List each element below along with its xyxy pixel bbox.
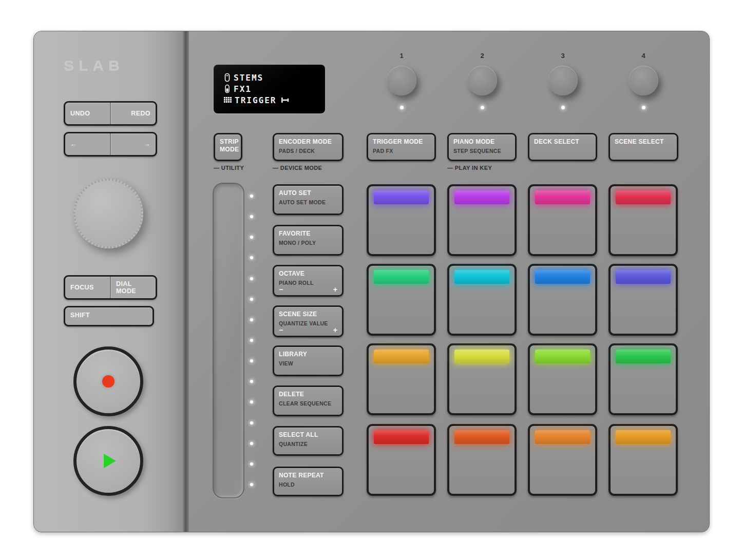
encoder-1: 1 [386,52,417,109]
undo-redo-button: UNDO REDO [64,101,157,126]
pad-1-1[interactable] [367,184,436,256]
shift-button[interactable]: SHIFT [64,306,154,326]
pad-2-1-light [374,270,429,284]
pad-2-4-light [616,270,671,284]
strip-led [250,359,253,362]
strip-led [250,400,253,403]
note-repeat-sublabel: HOLD [279,481,337,488]
encoder-1-led [400,106,404,109]
strip-led [250,442,253,445]
strip-led [250,256,253,259]
favorite-sublabel: MONO / POLY [279,240,337,246]
encoder-2-knob[interactable] [467,66,497,95]
display-line-1: STEMS [224,72,325,83]
library-button[interactable]: LIBRARY VIEW [273,345,344,376]
trigger-mode-sublabel: PAD FX [373,148,430,154]
encoder-mode-button[interactable]: ENCODER MODE PADS / DECK [273,133,344,161]
pad-2-2-light [454,270,509,284]
piano-mode-button[interactable]: PIANO MODE STEP SEQUENCE [447,133,517,161]
pad-4-3[interactable] [528,424,597,496]
touch-strip[interactable] [213,183,244,498]
strip-led [250,421,253,424]
encoder-3-label: 3 [547,52,578,60]
record-icon [102,375,115,388]
pad-4-4-light [616,430,671,444]
pad-3-4-light [616,350,671,363]
arrow-buttons: ← → [64,132,157,157]
pad-3-2[interactable] [447,343,517,415]
pad-3-1[interactable] [367,343,436,415]
encoder-3-knob[interactable] [548,66,578,95]
minus-icon: − [279,326,283,334]
favorite-label: FAVORITE [279,230,337,238]
dial-mode-button[interactable]: DIAL MODE [111,277,156,298]
pad-1-4[interactable] [608,184,678,256]
delete-sublabel: CLEAR SEQUENCE [279,400,337,407]
encoder-1-knob[interactable] [387,66,416,95]
strip-mode-label: STRIP MODE [220,138,236,153]
grid-icon [224,95,232,105]
pad-2-3[interactable] [528,264,597,336]
record-button[interactable] [73,346,143,416]
octave-button[interactable]: OCTAVE PIANO ROLL − + [273,265,344,297]
encoder-4-knob[interactable] [629,66,658,95]
strip-led [250,236,253,239]
strip-mode-button[interactable]: STRIP MODE [214,133,242,161]
strip-led [250,215,253,218]
auto-set-button[interactable]: AUTO SET AUTO SET MODE [273,184,344,215]
select-all-button[interactable]: SELECT ALL QUANTIZE [273,426,344,456]
deck-select-button[interactable]: DECK SELECT [528,133,597,161]
main-dial[interactable] [73,179,143,248]
pad-4-1[interactable] [367,424,436,496]
favorite-button[interactable]: FAVORITE MONO / POLY [273,225,344,256]
encoder-2-led [481,106,484,109]
delete-button[interactable]: DELETE CLEAR SEQUENCE [273,385,344,416]
strip-led [250,462,253,466]
pad-2-4[interactable] [608,264,678,336]
strip-led [250,318,253,321]
scene-size-minus-plus: − + [279,326,337,334]
auto-set-sublabel: AUTO SET MODE [279,199,337,205]
pad-4-3-light [535,430,590,444]
pad-3-4[interactable] [608,343,678,415]
pad-4-2-light [454,430,509,444]
scene-select-button[interactable]: SCENE SELECT [608,133,678,161]
pad-1-2[interactable] [447,184,517,256]
encoder-3: 3 [547,52,578,109]
pad-4-2[interactable] [447,424,517,496]
trigger-mode-button[interactable]: TRIGGER MODE PAD FX [367,133,436,161]
encoder-1-label: 1 [386,52,417,60]
pad-2-2[interactable] [447,264,517,336]
strip-led [250,277,253,280]
focus-dialmode-button: FOCUS DIAL MODE [64,275,157,300]
redo-button[interactable]: REDO [111,103,156,124]
display-line-3-text: TRIGGER [235,95,276,105]
arrow-right-button[interactable]: → [111,133,156,155]
play-button[interactable] [73,426,143,496]
pad-2-1[interactable] [367,264,436,336]
minus-icon: − [279,286,283,293]
slab-controller: SLAB UNDO REDO ← → FOCUS DIAL MODE SHIFT… [33,31,710,532]
pad-3-1-light [374,350,429,363]
panel-separator [183,31,189,532]
arrow-left-button[interactable]: ← [65,133,110,155]
focus-button[interactable]: FOCUS [65,277,110,298]
pad-1-3-light [535,190,590,204]
scene-size-button[interactable]: SCENE SIZE QUANTIZE VALUE − + [273,305,344,337]
scene-size-label: SCENE SIZE [279,311,337,318]
strip-icon [224,84,231,93]
undo-button[interactable]: UNDO [65,103,110,124]
delete-label: DELETE [279,391,337,398]
octave-minus-plus: − + [279,286,337,293]
pad-3-3[interactable] [528,343,597,415]
display-line-3: TRIGGER [224,94,325,106]
strip-led [250,298,253,301]
pad-1-3[interactable] [528,184,597,256]
note-repeat-button[interactable]: NOTE REPEAT HOLD [273,467,344,496]
strip-led [250,195,253,198]
encoder-2: 2 [467,52,498,109]
utility-footnote: — UTILITY [214,165,244,171]
trigger-mode-label: TRIGGER MODE [373,138,430,146]
pad-4-4[interactable] [608,424,678,496]
brand-logo: SLAB [64,57,124,73]
